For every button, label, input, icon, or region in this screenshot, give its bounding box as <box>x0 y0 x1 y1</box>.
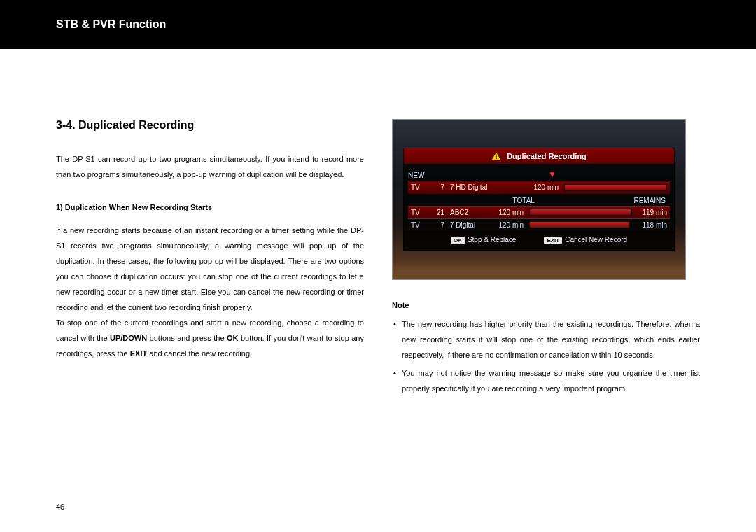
sub-heading-1: 1) Duplication When New Recording Starts <box>56 203 364 211</box>
r1-bar <box>526 206 635 218</box>
ok-key-icon: OK <box>451 237 465 244</box>
r1-remains: 119 min <box>635 206 670 218</box>
r2-type: TV <box>408 218 429 231</box>
osd-title-bar: Duplicated Recording <box>403 148 675 164</box>
r1-bar-fill <box>530 209 631 215</box>
r2-remains: 118 min <box>635 218 670 231</box>
chapter-title: STB & PVR Function <box>56 18 166 31</box>
ok-action-label: Stop & Replace <box>468 236 517 244</box>
p2-ok: OK <box>227 334 239 342</box>
note-item-2: You may not notice the warning message s… <box>392 365 700 396</box>
r2-bar-fill <box>530 222 629 227</box>
action-stop-replace: OKStop & Replace <box>451 236 517 244</box>
new-row-total: 120 min <box>524 181 561 194</box>
p2-updown: UP/DOWN <box>110 334 147 342</box>
osd-header-row: TOTAL REMAINS <box>408 194 670 206</box>
existing-row-1: TV 21 ABC2 120 min 119 min <box>408 206 670 218</box>
p2-seg-c: buttons and press the <box>147 334 227 342</box>
new-row-bar <box>561 181 670 194</box>
note-heading: Note <box>392 301 700 309</box>
left-column: 3-4. Duplicated Recording The DP-S1 can … <box>56 119 364 399</box>
right-column: Duplicated Recording NEW ▼ TV 7 7 HD Dig… <box>392 119 700 399</box>
intro-paragraph: The DP-S1 can record up to two programs … <box>56 151 364 182</box>
r1-type: TV <box>408 206 429 218</box>
remains-label: REMAINS <box>634 197 666 204</box>
svg-rect-2 <box>496 158 497 159</box>
marker-down-icon: ▼ <box>548 169 556 179</box>
page-number: 46 <box>56 503 64 511</box>
manual-page: STB & PVR Function 3-4. Duplicated Recor… <box>0 0 756 532</box>
r2-bar <box>526 218 635 231</box>
r2-name: 7 Digital <box>447 218 489 231</box>
r1-ch: 21 <box>429 206 447 218</box>
p2-exit: EXIT <box>130 349 147 358</box>
existing-row-2: TV 7 7 Digital 120 min 118 min <box>408 218 670 231</box>
p2-seg-g: and cancel the new recording. <box>147 349 252 358</box>
exit-key-icon: EXIT <box>544 237 562 244</box>
r2-total: 120 min <box>489 218 526 231</box>
osd-title-text: Duplicated Recording <box>507 152 587 160</box>
r1-total: 120 min <box>489 206 526 218</box>
body-paragraph-1: If a new recording starts because of an … <box>56 223 364 315</box>
new-row-name: 7 HD Digital <box>447 181 524 194</box>
exit-action-label: Cancel New Record <box>565 236 627 244</box>
new-row-bar-fill <box>565 185 666 190</box>
new-label: NEW <box>408 172 424 179</box>
new-row-ch: 7 <box>429 181 447 194</box>
body-paragraph-2: To stop one of the current recordings an… <box>56 315 364 361</box>
osd-existing-table: TV 21 ABC2 120 min 119 min TV 7 7 Digita… <box>408 206 670 232</box>
section-heading: 3-4. Duplicated Recording <box>56 119 364 132</box>
osd-panel: Duplicated Recording NEW ▼ TV 7 7 HD Dig… <box>403 148 675 260</box>
tv-screenshot: Duplicated Recording NEW ▼ TV 7 7 HD Dig… <box>392 119 686 280</box>
osd-new-table: TV 7 7 HD Digital 120 min <box>408 181 670 194</box>
osd-action-bar: OKStop & Replace EXITCancel New Record <box>403 232 675 251</box>
osd-new-label-row: NEW ▼ <box>408 169 670 181</box>
action-cancel-new: EXITCancel New Record <box>544 236 627 244</box>
r2-ch: 7 <box>429 218 447 231</box>
new-recording-row: TV 7 7 HD Digital 120 min <box>408 181 670 194</box>
chapter-header-bar: STB & PVR Function <box>0 0 756 49</box>
svg-rect-1 <box>496 155 497 158</box>
content-area: 3-4. Duplicated Recording The DP-S1 can … <box>0 49 756 399</box>
note-list: The new recording has higher priority th… <box>392 316 700 396</box>
new-row-type: TV <box>408 181 429 194</box>
r1-name: ABC2 <box>447 206 489 218</box>
note-item-1: The new recording has higher priority th… <box>392 316 700 363</box>
total-label: TOTAL <box>513 197 535 204</box>
warning-icon <box>491 152 501 160</box>
osd-body: NEW ▼ TV 7 7 HD Digital 120 min <box>403 164 675 232</box>
